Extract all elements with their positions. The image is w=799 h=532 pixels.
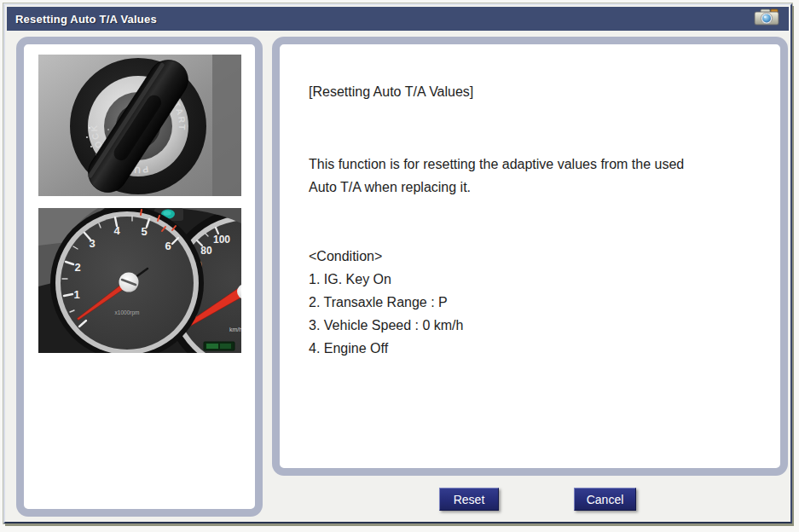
svg-text:1: 1 — [73, 288, 79, 301]
description-line: Auto T/A when replacing it. — [309, 176, 763, 199]
condition-item: 1. IG. Key On — [309, 268, 763, 291]
svg-text:6: 6 — [165, 240, 171, 252]
svg-text:4: 4 — [113, 224, 120, 237]
svg-text:80: 80 — [200, 245, 212, 257]
ignition-key-illustration: ACC START PUSH LOCK — [38, 55, 241, 196]
svg-text:2: 2 — [74, 261, 80, 274]
window-title: Resetting Auto T/A Values — [7, 13, 157, 26]
camera-icon-glyph — [753, 7, 780, 27]
svg-text:100: 100 — [212, 234, 229, 246]
speedometer-unit: km/h — [229, 327, 241, 332]
ignition-key-image: ACC START PUSH LOCK — [38, 55, 241, 196]
camera-icon[interactable] — [753, 7, 780, 27]
condition-item: 4. Engine Off — [309, 337, 763, 360]
image-panel: ACC START PUSH LOCK — [16, 37, 263, 517]
tachometer-unit: x1000rpm — [114, 309, 139, 316]
condition-item: 2. Transaxle Range : P — [309, 291, 763, 314]
svg-text:5: 5 — [141, 225, 147, 238]
cancel-button[interactable]: Cancel — [574, 488, 636, 511]
info-description: This function is for resetting the adapt… — [309, 153, 763, 199]
tachometer: 1 2 3 4 5 6 x1000rpm — [50, 208, 204, 353]
dialog-window: Resetting Auto T/A Values — [3, 3, 792, 523]
description-line: This function is for resetting the adapt… — [309, 153, 763, 176]
condition-block: <Condition> 1. IG. Key On 2. Transaxle R… — [309, 245, 763, 360]
title-bar: Resetting Auto T/A Values — [7, 7, 789, 31]
condition-heading: <Condition> — [309, 245, 763, 268]
condition-item: 3. Vehicle Speed : 0 km/h — [309, 314, 763, 337]
info-panel: [Resetting Auto T/A Values] This functio… — [272, 37, 788, 476]
gauge-cluster-image: 0 20 40 60 80 100 km/h — [38, 208, 241, 353]
info-heading: [Resetting Auto T/A Values] — [309, 80, 763, 103]
reset-button[interactable]: Reset — [439, 488, 499, 511]
svg-text:3: 3 — [89, 237, 95, 250]
gauge-cluster-illustration: 0 20 40 60 80 100 km/h — [38, 208, 241, 353]
